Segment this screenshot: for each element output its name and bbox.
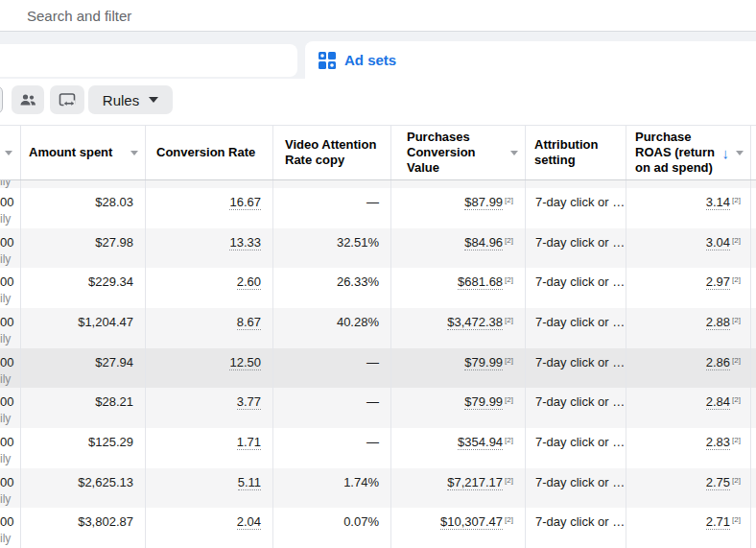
footnote-marker: [2] — [505, 395, 513, 404]
ad-sets-table: Amount spent Conversion Rate Video Atten… — [0, 125, 756, 548]
purchase-roas-value[interactable]: 2.84 — [706, 394, 730, 410]
cell-budget: 00 ily — [0, 508, 21, 548]
cell-attribution-setting: 7-day click or … — [526, 268, 626, 308]
table-row: 00 ily $1,204.47 8.67 40.28% $3,472.38[2… — [0, 308, 756, 348]
cell-video-attention-rate: 40.28% — [273, 308, 391, 348]
footnote-marker: [2] — [732, 275, 741, 284]
purchase-roas-value[interactable]: 2.86 — [706, 355, 730, 370]
footnote-marker: [2] — [505, 476, 513, 485]
purchases-conversion-value[interactable]: $354.94 — [458, 435, 503, 450]
cell-amount-spent: $27.94 — [21, 348, 146, 389]
cell-video-attention-rate: 26.33% — [273, 268, 391, 308]
purchase-roas-value[interactable]: 2.75 — [706, 475, 730, 490]
cell-conversion-rate: 2.04 — [146, 508, 273, 548]
purchase-roas-value[interactable]: 2.83 — [706, 435, 730, 450]
table-row: 00 ily $28.03 16.67 — $87.99[2] 7-day cl… — [0, 188, 756, 228]
purchase-roas-value[interactable]: 2.71 — [706, 514, 730, 530]
ad-sets-grid-icon — [319, 52, 336, 69]
cell-budget: 00 ily — [0, 308, 21, 348]
left-panel-corner — [0, 44, 297, 77]
footnote-marker: [2] — [732, 236, 741, 245]
purchase-roas-value[interactable]: 3.04 — [706, 235, 730, 250]
purchases-conversion-value[interactable]: $10,307.47 — [440, 514, 503, 530]
toolbar: Rules — [0, 79, 756, 125]
table-row: 00 ily $125.29 1.71 — $354.94[2] 7-day c… — [0, 428, 756, 468]
box-arrows-icon — [58, 91, 77, 108]
cell-purchase-roas: 3.04[2] — [626, 228, 751, 269]
rules-button-label: Rules — [103, 92, 139, 108]
search-input[interactable]: Search and filter — [27, 8, 131, 24]
people-icon — [19, 92, 36, 107]
cell-conversion-rate: 2.60 — [146, 268, 273, 308]
cell-purchases-conversion-value: $354.94[2] — [391, 428, 526, 468]
footnote-marker: [2] — [732, 436, 741, 444]
cell-budget: 00 ily — [0, 348, 21, 389]
purchases-conversion-value[interactable]: $7,217.17 — [447, 475, 503, 490]
conversion-rate-value[interactable]: 8.67 — [237, 315, 261, 330]
conversion-rate-value[interactable]: 16.67 — [229, 195, 261, 210]
cell-amount-spent: $1,204.47 — [21, 308, 146, 348]
tab-ad-sets[interactable]: Ad sets — [305, 41, 756, 79]
cell-purchase-roas: 2.84[2] — [626, 388, 751, 428]
cell-attribution-setting: 7-day click or … — [526, 508, 626, 548]
cell-attribution-setting: 7-day click or … — [526, 348, 626, 389]
cell-video-attention-rate: 1.74% — [273, 468, 391, 509]
footnote-marker: [2] — [505, 236, 513, 245]
cell-conversion-rate: 8.67 — [146, 308, 273, 348]
purchases-conversion-value[interactable]: $84.96 — [464, 235, 503, 250]
cell-budget: 00 ily — [0, 428, 21, 468]
conversion-rate-value[interactable]: 3.77 — [237, 394, 261, 410]
cell-purchase-roas: 3.14[2] — [626, 188, 751, 228]
footnote-marker: [2] — [505, 275, 513, 284]
column-header-purchase-roas[interactable]: Purchase ROAS (return on ad spend) ↓ — [626, 126, 751, 179]
cell-conversion-rate: 3.77 — [146, 388, 273, 428]
cell-budget: ily — [0, 180, 21, 188]
purchases-conversion-value[interactable]: $87.99 — [464, 195, 503, 210]
purchases-conversion-value[interactable]: $79.99 — [464, 394, 503, 410]
sort-caret-icon — [736, 151, 744, 155]
table-body: 00 ily $28.03 16.67 — $87.99[2] 7-day cl… — [0, 188, 756, 548]
cell-purchase-roas: 2.97[2] — [626, 268, 751, 308]
purchase-roas-value[interactable]: 2.88 — [706, 315, 730, 330]
toolbar-button-partial[interactable] — [0, 85, 3, 114]
cell-amount-spent: $3,802.87 — [21, 508, 146, 548]
ads-manager-window: Search and filter Ad sets — [0, 0, 756, 548]
cell-purchases-conversion-value: $87.99[2] — [391, 188, 526, 228]
column-header-attribution-setting[interactable]: Attribution setting — [526, 126, 626, 179]
cell-purchases-conversion-value: $79.99[2] — [391, 348, 526, 389]
cell-amount-spent: $27.98 — [21, 228, 146, 269]
column-header-amount-spent[interactable]: Amount spent — [21, 126, 146, 179]
audience-button[interactable] — [12, 85, 44, 114]
table-row: 00 ily $229.34 2.60 26.33% $681.68[2] 7-… — [0, 268, 756, 308]
purchase-roas-value[interactable]: 2.97 — [706, 274, 730, 290]
cell-purchases-conversion-value: $7,217.17[2] — [391, 468, 526, 509]
footnote-marker: [2] — [732, 356, 741, 365]
search-and-filter-bar[interactable]: Search and filter — [0, 0, 756, 32]
column-header-purchases-conversion-value[interactable]: Purchases Conversion Value — [391, 126, 526, 179]
footnote-marker: [2] — [732, 316, 741, 324]
purchases-conversion-value[interactable]: $79.99 — [464, 355, 503, 370]
cell-purchase-roas: 2.88[2] — [626, 308, 751, 348]
cell-attribution-setting: 7-day click or … — [526, 468, 626, 509]
column-header-budget[interactable] — [0, 126, 21, 179]
conversion-rate-value[interactable]: 12.50 — [229, 355, 261, 370]
column-header-video-attention[interactable]: Video Attention Rate copy — [273, 126, 391, 179]
cell-video-attention-rate: — — [273, 428, 391, 468]
edit-placements-button[interactable] — [50, 85, 84, 114]
conversion-rate-value[interactable]: 2.60 — [237, 274, 261, 290]
table-row: 00 ily $3,802.87 2.04 0.07% $10,307.47[2… — [0, 508, 756, 548]
column-header-conversion-rate[interactable]: Conversion Rate — [146, 126, 273, 179]
conversion-rate-value[interactable]: 5.11 — [238, 475, 261, 490]
cell-conversion-rate: 13.33 — [146, 228, 273, 269]
rules-button[interactable]: Rules — [88, 85, 173, 114]
conversion-rate-value[interactable]: 1.71 — [237, 435, 261, 450]
purchases-conversion-value[interactable]: $3,472.38 — [447, 315, 503, 330]
cell-purchases-conversion-value: $681.68[2] — [391, 268, 526, 308]
purchase-roas-value[interactable]: 3.14 — [706, 195, 730, 210]
conversion-rate-value[interactable]: 2.04 — [237, 514, 261, 530]
conversion-rate-value[interactable]: 13.33 — [229, 235, 261, 250]
cell-purchases-conversion-value: $10,307.47[2] — [391, 508, 526, 548]
footnote-marker: [2] — [732, 196, 741, 204]
cell-purchases-conversion-value: $79.99[2] — [391, 388, 526, 428]
purchases-conversion-value[interactable]: $681.68 — [458, 274, 503, 290]
